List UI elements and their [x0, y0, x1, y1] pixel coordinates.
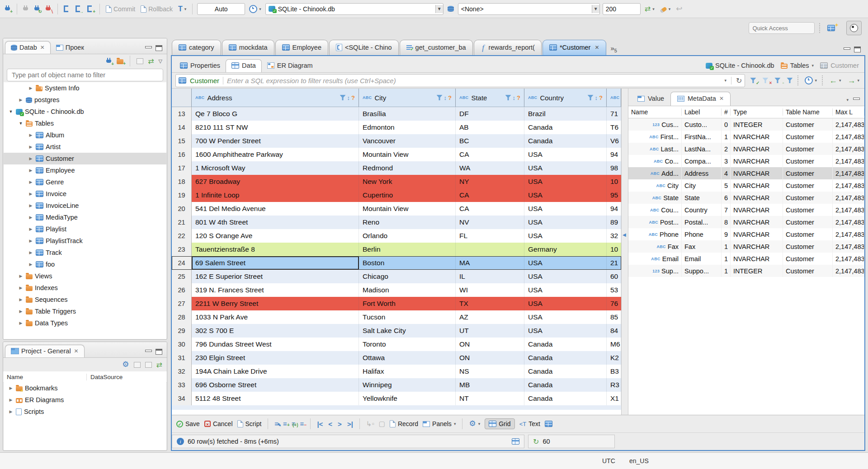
- auto-refresh-box[interactable]: ↻ 60: [528, 435, 615, 448]
- grid-cell[interactable]: Canada: [524, 338, 607, 351]
- tab-properties[interactable]: Properties: [175, 60, 226, 72]
- close-icon[interactable]: ✕: [594, 44, 599, 51]
- grid-cell[interactable]: 194A Chain Lake Drive: [192, 365, 359, 378]
- chevron-down-icon[interactable]: ▼: [18, 121, 24, 126]
- row-number[interactable]: 34: [172, 392, 192, 405]
- cancel-button[interactable]: ×Cancel: [204, 420, 233, 427]
- dropdown-arrow-icon[interactable]: ▼: [435, 5, 443, 13]
- next-row-button[interactable]: >: [338, 420, 342, 428]
- grid-cell[interactable]: 71: [607, 107, 621, 121]
- sidebar-item-postgres[interactable]: ▶postgres: [4, 94, 166, 106]
- tab-database-navigator[interactable]: Datab ✕: [5, 41, 51, 54]
- grid-cell[interactable]: Cupertino: [359, 188, 456, 202]
- row-number[interactable]: 20: [172, 202, 192, 216]
- row-number[interactable]: 24: [172, 256, 192, 270]
- value-view-button[interactable]: [545, 421, 552, 427]
- grid-cell[interactable]: USA: [524, 202, 607, 216]
- row-number[interactable]: 23: [172, 243, 192, 256]
- chevron-right-icon[interactable]: ▶: [28, 250, 33, 255]
- metadata-row[interactable]: 123Cus...Custo...0INTEGERCustomer2,147,4…: [628, 118, 864, 131]
- link-editor-icon[interactable]: ⇄: [148, 57, 154, 66]
- grid-cell[interactable]: 796 Dundas Street West: [192, 338, 359, 351]
- chevron-right-icon[interactable]: ▶: [28, 86, 33, 90]
- maximize-button[interactable]: [156, 349, 162, 355]
- column-header-datasource[interactable]: DataSource: [87, 374, 123, 380]
- grid-cell[interactable]: 95: [607, 188, 621, 202]
- grid-cell[interactable]: Vancouver: [359, 134, 456, 148]
- metadata-row[interactable]: ABCCou...Country7NVARCHARCustomer2,147,4…: [628, 204, 864, 216]
- format-button[interactable]: ▾: [659, 5, 672, 13]
- connection-combo[interactable]: SQLite - Chinook.db ▼: [265, 3, 443, 15]
- row-number-header[interactable]: [172, 89, 192, 107]
- close-icon[interactable]: ✕: [74, 348, 79, 354]
- row-number[interactable]: 31: [172, 351, 192, 365]
- fetch-size-input[interactable]: 200: [603, 3, 641, 15]
- grid-cell[interactable]: USA: [524, 161, 607, 175]
- grid-cell[interactable]: MA: [456, 256, 524, 270]
- grid-cell[interactable]: USA: [524, 310, 607, 324]
- dbeaver-perspective-button[interactable]: [846, 21, 862, 35]
- grid-cell[interactable]: New York: [359, 175, 456, 188]
- sidebar-item-tables[interactable]: ▼Tables: [4, 117, 166, 129]
- row-number[interactable]: 17: [172, 161, 192, 175]
- grid-cell[interactable]: 89: [607, 216, 621, 229]
- grid-cell[interactable]: 5112 48 Street: [192, 392, 359, 405]
- grid-cell[interactable]: Boston: [359, 256, 456, 270]
- grid-cell[interactable]: NS: [456, 365, 524, 378]
- grid-cell[interactable]: ON: [456, 338, 524, 351]
- grid-cell[interactable]: 1600 Amphitheatre Parkway: [192, 148, 359, 161]
- nav-forward-button[interactable]: →▾: [846, 75, 861, 86]
- text-view-button[interactable]: <TText: [519, 420, 540, 427]
- grid-cell[interactable]: USA: [524, 175, 607, 188]
- grid-cell[interactable]: Tauentzienstraße 8: [192, 243, 359, 256]
- column-header-city[interactable]: ABCCity↕?: [359, 89, 456, 107]
- previous-row-button[interactable]: <: [328, 420, 332, 428]
- grid-cell[interactable]: Qe 7 Bloco G: [192, 107, 359, 121]
- sidebar-item-track[interactable]: ▶Track: [4, 247, 166, 258]
- grid-cell[interactable]: 1 Infinite Loop: [192, 188, 359, 202]
- chevron-right-icon[interactable]: ▶: [18, 274, 24, 278]
- remove-filter-button[interactable]: ×: [761, 77, 769, 84]
- help-icon[interactable]: ?: [517, 94, 520, 101]
- meta-column-header-label[interactable]: Label: [682, 108, 722, 116]
- settings-button[interactable]: ⚙▾: [469, 420, 480, 427]
- sidebar-item-indexes[interactable]: ▶Indexes: [4, 282, 166, 294]
- sidebar-item-artist[interactable]: ▶Artist: [4, 141, 166, 153]
- panel-sash[interactable]: ◀: [621, 89, 628, 415]
- chevron-right-icon[interactable]: ▶: [8, 409, 14, 414]
- grid-cell[interactable]: CA: [456, 202, 524, 216]
- grid-cell[interactable]: Yellowknife: [359, 392, 456, 405]
- record-button[interactable]: Record: [390, 420, 418, 427]
- sidebar-item-genre[interactable]: ▶Genre: [4, 176, 166, 188]
- reconnect-button[interactable]: ↻: [33, 5, 42, 13]
- grid-cell[interactable]: CA: [456, 148, 524, 161]
- sidebar-item-customer[interactable]: ▶Customer: [4, 153, 166, 164]
- grid-cell[interactable]: AZ: [456, 310, 524, 324]
- chevron-right-icon[interactable]: ▶: [18, 321, 24, 325]
- grid-cell[interactable]: Halifax: [359, 365, 456, 378]
- grid-cell[interactable]: M6: [607, 338, 621, 351]
- grid-cell[interactable]: K2: [607, 351, 621, 365]
- grid-cell[interactable]: NY: [456, 175, 524, 188]
- filter-funnel-icon[interactable]: [437, 95, 443, 100]
- grid-cell[interactable]: 1033 N Park Ave: [192, 310, 359, 324]
- minimize-button[interactable]: [145, 46, 152, 48]
- grid-cell[interactable]: 696 Osborne Street: [192, 378, 359, 392]
- grid-cell[interactable]: 53: [607, 283, 621, 297]
- maximize-button[interactable]: [156, 45, 162, 51]
- metadata-row[interactable]: ABCStateState6NVARCHARCustomer2,147,483: [628, 192, 864, 204]
- help-icon[interactable]: ?: [351, 94, 355, 101]
- first-row-button[interactable]: |<: [317, 420, 323, 428]
- grid-cell[interactable]: 700 W Pender Street: [192, 134, 359, 148]
- editor-tab-sqlitechino[interactable]: <SQLite - Chino: [329, 40, 399, 55]
- sql-editor-button[interactable]: [62, 5, 71, 13]
- grid-cell[interactable]: Orlando: [359, 229, 456, 243]
- grid-cell[interactable]: 76: [607, 297, 621, 310]
- grid-cell[interactable]: NV: [456, 216, 524, 229]
- chevron-right-icon[interactable]: ▶: [28, 215, 33, 220]
- grid-cell[interactable]: Tucson: [359, 310, 456, 324]
- grid-cell[interactable]: USA: [524, 188, 607, 202]
- column-header-address[interactable]: ABCAddress↕?: [192, 89, 359, 107]
- chevron-right-icon[interactable]: ▶: [8, 398, 14, 402]
- row-number[interactable]: 29: [172, 324, 192, 338]
